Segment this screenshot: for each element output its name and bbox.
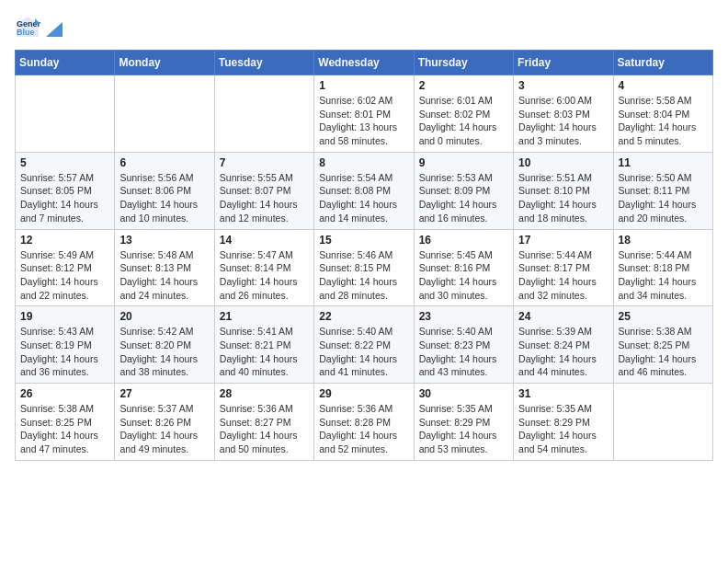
day-number: 29	[319, 387, 408, 400]
daylight-text: Daylight: 14 hours and 41 minutes.	[319, 352, 408, 379]
day-info: Sunrise: 5:58 AMSunset: 8:04 PMDaylight:…	[619, 94, 708, 148]
day-number: 31	[518, 387, 608, 400]
day-number: 13	[119, 234, 209, 247]
day-info: Sunrise: 5:39 AMSunset: 8:24 PMDaylight:…	[518, 325, 608, 379]
day-cell-29: 29Sunrise: 5:36 AMSunset: 8:28 PMDayligh…	[314, 384, 414, 461]
page-header: General Blue	[15, 15, 713, 40]
sunrise-text: Sunrise: 5:49 AM	[20, 248, 109, 262]
sunrise-text: Sunrise: 5:42 AM	[119, 325, 209, 339]
sunset-text: Sunset: 8:29 PM	[518, 416, 608, 430]
calendar-table: SundayMondayTuesdayWednesdayThursdayFrid…	[15, 50, 713, 461]
day-info: Sunrise: 5:37 AMSunset: 8:26 PMDaylight:…	[119, 402, 209, 456]
day-info: Sunrise: 6:01 AMSunset: 8:02 PMDaylight:…	[419, 94, 508, 148]
daylight-text: Daylight: 14 hours and 28 minutes.	[319, 275, 408, 302]
daylight-text: Daylight: 14 hours and 52 minutes.	[319, 429, 408, 455]
sunset-text: Sunset: 8:25 PM	[20, 416, 109, 430]
sunset-text: Sunset: 8:04 PM	[619, 108, 708, 121]
day-number: 3	[518, 79, 608, 92]
day-info: Sunrise: 5:38 AMSunset: 8:25 PMDaylight:…	[619, 325, 708, 379]
week-row-3: 12Sunrise: 5:49 AMSunset: 8:12 PMDayligh…	[16, 229, 713, 306]
day-number: 17	[518, 234, 608, 247]
sunrise-text: Sunrise: 5:43 AM	[20, 325, 109, 339]
daylight-text: Daylight: 14 hours and 46 minutes.	[619, 352, 708, 379]
daylight-text: Daylight: 14 hours and 10 minutes.	[119, 198, 209, 224]
sunrise-text: Sunrise: 5:45 AM	[419, 248, 508, 262]
day-cell-26: 26Sunrise: 5:38 AMSunset: 8:25 PMDayligh…	[16, 384, 115, 461]
sunrise-text: Sunrise: 5:40 AM	[419, 325, 508, 339]
day-number: 11	[619, 156, 708, 169]
daylight-text: Daylight: 14 hours and 30 minutes.	[419, 275, 508, 302]
daylight-text: Daylight: 14 hours and 50 minutes.	[220, 429, 309, 455]
day-number: 27	[119, 387, 209, 400]
day-cell-6: 6Sunrise: 5:56 AMSunset: 8:06 PMDaylight…	[115, 152, 214, 229]
day-cell-8: 8Sunrise: 5:54 AMSunset: 8:08 PMDaylight…	[314, 152, 414, 229]
sunset-text: Sunset: 8:07 PM	[220, 184, 309, 198]
day-number: 12	[20, 234, 109, 247]
daylight-text: Daylight: 13 hours and 58 minutes.	[319, 121, 408, 147]
day-info: Sunrise: 5:40 AMSunset: 8:22 PMDaylight:…	[319, 325, 408, 379]
sunset-text: Sunset: 8:13 PM	[119, 261, 209, 275]
sunrise-text: Sunrise: 6:02 AM	[319, 94, 408, 108]
sunrise-text: Sunrise: 5:53 AM	[419, 171, 508, 185]
day-info: Sunrise: 5:44 AMSunset: 8:17 PMDaylight:…	[518, 248, 608, 303]
daylight-text: Daylight: 14 hours and 18 minutes.	[518, 198, 608, 224]
sunset-text: Sunset: 8:28 PM	[319, 416, 408, 430]
day-cell-31: 31Sunrise: 5:35 AMSunset: 8:29 PMDayligh…	[514, 384, 613, 461]
daylight-text: Daylight: 14 hours and 0 minutes.	[419, 121, 508, 147]
day-number: 9	[419, 156, 508, 169]
day-cell-25: 25Sunrise: 5:38 AMSunset: 8:25 PMDayligh…	[613, 306, 712, 384]
day-number: 30	[419, 387, 508, 400]
sunset-text: Sunset: 8:06 PM	[119, 184, 209, 198]
daylight-text: Daylight: 14 hours and 53 minutes.	[419, 429, 508, 455]
empty-cell	[613, 384, 712, 461]
day-info: Sunrise: 5:51 AMSunset: 8:10 PMDaylight:…	[518, 171, 608, 225]
sunrise-text: Sunrise: 5:35 AM	[518, 402, 608, 416]
daylight-text: Daylight: 14 hours and 14 minutes.	[319, 198, 408, 224]
day-cell-14: 14Sunrise: 5:47 AMSunset: 8:14 PMDayligh…	[214, 229, 313, 306]
sunset-text: Sunset: 8:25 PM	[619, 339, 708, 352]
day-info: Sunrise: 5:43 AMSunset: 8:19 PMDaylight:…	[20, 325, 109, 379]
sunset-text: Sunset: 8:03 PM	[518, 108, 608, 121]
svg-marker-4	[46, 22, 63, 37]
day-cell-17: 17Sunrise: 5:44 AMSunset: 8:17 PMDayligh…	[514, 229, 613, 306]
week-row-2: 5Sunrise: 5:57 AMSunset: 8:05 PMDaylight…	[16, 152, 713, 229]
day-number: 19	[20, 310, 109, 323]
daylight-text: Daylight: 14 hours and 43 minutes.	[419, 352, 508, 379]
sunrise-text: Sunrise: 5:55 AM	[220, 171, 309, 185]
day-number: 25	[619, 310, 708, 323]
sunset-text: Sunset: 8:29 PM	[419, 416, 508, 430]
sunrise-text: Sunrise: 5:50 AM	[619, 171, 708, 185]
logo: General Blue	[15, 15, 63, 40]
day-number: 14	[220, 234, 309, 247]
day-cell-4: 4Sunrise: 5:58 AMSunset: 8:04 PMDaylight…	[613, 75, 712, 153]
day-number: 23	[419, 310, 508, 323]
day-info: Sunrise: 5:53 AMSunset: 8:09 PMDaylight:…	[419, 171, 508, 225]
sunset-text: Sunset: 8:17 PM	[518, 261, 608, 275]
day-number: 7	[220, 156, 309, 169]
day-cell-27: 27Sunrise: 5:37 AMSunset: 8:26 PMDayligh…	[115, 384, 214, 461]
sunset-text: Sunset: 8:02 PM	[419, 108, 508, 121]
sunrise-text: Sunrise: 5:58 AM	[619, 94, 708, 108]
daylight-text: Daylight: 14 hours and 40 minutes.	[220, 352, 309, 379]
day-info: Sunrise: 5:40 AMSunset: 8:23 PMDaylight:…	[419, 325, 508, 379]
header-monday: Monday	[115, 51, 214, 75]
week-row-4: 19Sunrise: 5:43 AMSunset: 8:19 PMDayligh…	[16, 306, 713, 384]
day-number: 10	[518, 156, 608, 169]
day-cell-15: 15Sunrise: 5:46 AMSunset: 8:15 PMDayligh…	[314, 229, 414, 306]
sunrise-text: Sunrise: 5:35 AM	[419, 402, 508, 416]
daylight-text: Daylight: 14 hours and 49 minutes.	[119, 429, 209, 455]
day-number: 24	[518, 310, 608, 323]
sunset-text: Sunset: 8:22 PM	[319, 339, 408, 352]
sunrise-text: Sunrise: 5:41 AM	[220, 325, 309, 339]
sunset-text: Sunset: 8:21 PM	[220, 339, 309, 352]
sunrise-text: Sunrise: 5:38 AM	[619, 325, 708, 339]
day-info: Sunrise: 5:36 AMSunset: 8:28 PMDaylight:…	[319, 402, 408, 456]
day-info: Sunrise: 5:57 AMSunset: 8:05 PMDaylight:…	[20, 171, 109, 225]
sunrise-text: Sunrise: 5:56 AM	[119, 171, 209, 185]
sunrise-text: Sunrise: 5:36 AM	[220, 402, 309, 416]
day-cell-23: 23Sunrise: 5:40 AMSunset: 8:23 PMDayligh…	[414, 306, 513, 384]
daylight-text: Daylight: 14 hours and 38 minutes.	[119, 352, 209, 379]
header-sunday: Sunday	[16, 51, 115, 75]
day-info: Sunrise: 5:49 AMSunset: 8:12 PMDaylight:…	[20, 248, 109, 303]
sunset-text: Sunset: 8:05 PM	[20, 184, 109, 198]
